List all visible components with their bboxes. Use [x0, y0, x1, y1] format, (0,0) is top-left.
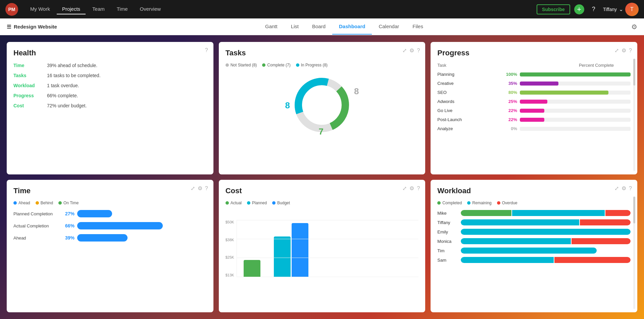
project-name-label: Redesign Website	[14, 24, 57, 30]
workload-scrollbar-thumb	[633, 197, 635, 223]
cost-help-icon[interactable]: ?	[417, 185, 420, 192]
progress-table-header: Task Percent Complete	[437, 63, 631, 68]
progress-task-creative: Creative	[437, 81, 490, 86]
progress-bar-seo	[520, 91, 631, 95]
tab-calendar[interactable]: Calendar	[372, 19, 406, 35]
time-help-icon[interactable]: ?	[205, 185, 208, 192]
legend-ontime-label: On Time	[63, 201, 79, 205]
progress-bar-adwords	[520, 100, 631, 104]
legend-behind-label: Behind	[41, 201, 53, 205]
cost-y-13k: $13K	[226, 273, 234, 277]
workload-row-monica: Monica	[437, 238, 631, 244]
progress-task-analyze: Analyze	[437, 126, 490, 131]
cost-chart-area: $50K $38K $25K $13K	[226, 210, 419, 277]
time-label-ahead: Ahead	[13, 235, 60, 241]
cost-expand-icon[interactable]: ⤢	[402, 185, 407, 192]
legend-complete: Complete (7)	[262, 63, 290, 67]
health-label-workload: Workload	[13, 83, 40, 88]
user-chevron: ⌄	[619, 6, 623, 12]
progress-pct-adwords: 25%	[491, 99, 520, 104]
legend-overdue-label: Overdue	[502, 201, 517, 205]
health-card-icons: ?	[205, 47, 208, 53]
help-button[interactable]: ?	[588, 4, 599, 15]
progress-settings-icon[interactable]: ⚙	[622, 47, 626, 54]
tasks-settings-icon[interactable]: ⚙	[409, 47, 414, 54]
progress-col-percent: Percent Complete	[579, 63, 631, 68]
workload-name-tiffany: Tiffany	[437, 220, 461, 225]
health-title: Health	[13, 49, 207, 57]
workload-expand-icon[interactable]: ⤢	[614, 185, 619, 192]
progress-bar-analyze	[520, 127, 631, 131]
nav-item-team[interactable]: Team	[87, 4, 110, 14]
cost-settings-icon[interactable]: ⚙	[409, 185, 414, 192]
time-card: Time ⤢ ⚙ ? Ahead Behind On Time Planned …	[7, 180, 213, 312]
tasks-title: Tasks	[226, 49, 419, 57]
time-bar-actual	[77, 222, 207, 229]
workload-help-icon[interactable]: ?	[629, 185, 632, 192]
progress-col-task: Task	[437, 63, 579, 68]
legend-actual: Actual	[226, 201, 242, 205]
cost-y-axis: $50K $38K $25K $13K	[226, 220, 234, 277]
tab-board[interactable]: Board	[305, 19, 332, 35]
nav-item-overview[interactable]: Overview	[135, 4, 166, 14]
progress-pct-planning: 100%	[491, 72, 520, 77]
nav-item-mywork[interactable]: My Work	[25, 4, 55, 14]
legend-complete-label: Complete (7)	[267, 63, 290, 67]
workload-card-icons: ⤢ ⚙ ?	[614, 185, 632, 192]
time-row-actual: Actual Completion 66%	[13, 222, 207, 229]
time-expand-icon[interactable]: ⤢	[191, 185, 195, 192]
donut-notstarted-label: 8	[354, 86, 359, 97]
progress-expand-icon[interactable]: ⤢	[614, 47, 619, 54]
tasks-card: Tasks ⤢ ⚙ ? Not Started (8) Complete (7)…	[219, 42, 426, 174]
workload-row-tim: Tim	[437, 248, 631, 254]
time-rows: Planned Completion 27% Actual Completion…	[13, 210, 207, 242]
legend-ahead: Ahead	[13, 201, 30, 205]
legend-inprogress-label: In Progress (8)	[301, 63, 328, 67]
health-label-tasks: Tasks	[13, 73, 40, 78]
subscribe-button[interactable]: Subscribe	[537, 4, 570, 14]
nav-item-projects[interactable]: Projects	[57, 4, 86, 14]
health-label-cost: Cost	[13, 103, 40, 108]
time-pct-actual: 66%	[60, 223, 75, 228]
time-settings-icon[interactable]: ⚙	[198, 185, 202, 192]
nav-item-time[interactable]: Time	[111, 4, 133, 14]
health-value-tasks: 16 tasks to be completed.	[47, 73, 101, 78]
workload-bars-sam	[461, 257, 631, 263]
tab-dashboard[interactable]: Dashboard	[332, 19, 372, 35]
workload-row-mike: Mike	[437, 210, 631, 216]
time-label-planned: Planned Completion	[13, 211, 60, 216]
progress-task-postlaunch: Post-Launch	[437, 117, 490, 122]
health-value-workload: 1 task overdue.	[47, 83, 79, 88]
user-area[interactable]: Tiffany ⌄ T	[603, 3, 639, 16]
progress-pct-golive: 22%	[491, 108, 520, 113]
avatar: T	[625, 3, 639, 16]
menu-icon[interactable]: ☰	[7, 24, 11, 30]
health-row-time: Time 39% ahead of schedule.	[13, 63, 207, 68]
time-legend: Ahead Behind On Time	[13, 201, 207, 205]
tasks-card-icons: ⤢ ⚙ ?	[402, 47, 420, 54]
legend-budget: Budget	[272, 201, 290, 205]
health-help-icon[interactable]: ?	[205, 47, 208, 53]
top-nav: PM My Work Projects Team Time Overview S…	[0, 0, 644, 18]
legend-behind: Behind	[36, 201, 53, 205]
tab-gantt[interactable]: Gantt	[258, 19, 284, 35]
workload-scrollbar-track[interactable]	[633, 197, 635, 309]
tab-files[interactable]: Files	[406, 19, 430, 35]
tasks-expand-icon[interactable]: ⤢	[402, 47, 407, 54]
workload-title: Workload	[437, 187, 631, 195]
settings-icon[interactable]: ⚙	[631, 23, 637, 31]
tasks-help-icon[interactable]: ?	[417, 48, 420, 54]
scrollbar-track[interactable]	[633, 59, 635, 171]
legend-planned-label: Planned	[252, 201, 267, 205]
workload-settings-icon[interactable]: ⚙	[622, 185, 626, 192]
health-rows: Time 39% ahead of schedule. Tasks 16 tas…	[13, 63, 207, 108]
add-button[interactable]: +	[574, 4, 584, 14]
time-pct-planned: 27%	[60, 211, 75, 216]
progress-help-icon[interactable]: ?	[629, 48, 632, 54]
dashboard-grid: Health ? Time 39% ahead of schedule. Tas…	[0, 35, 644, 319]
tab-list[interactable]: List	[284, 19, 305, 35]
legend-budget-label: Budget	[277, 201, 290, 205]
logo: PM	[5, 3, 18, 16]
progress-pct-analyze: 0%	[491, 126, 520, 131]
time-row-planned: Planned Completion 27%	[13, 210, 207, 217]
